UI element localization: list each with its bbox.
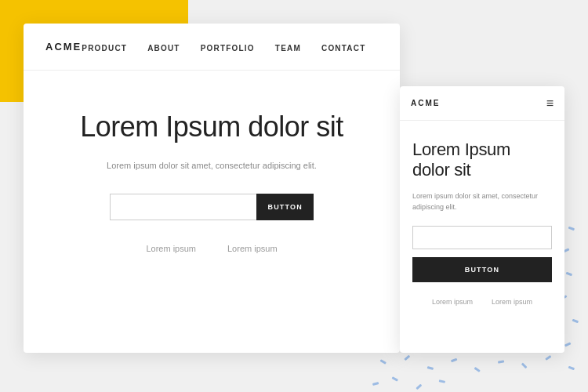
nav-item-team[interactable]: TEAM	[275, 40, 301, 54]
desktop-link-1[interactable]: Lorem ipsum	[146, 244, 196, 253]
nav-item-about[interactable]: ABOUT	[147, 40, 180, 54]
nav-item-product[interactable]: PRODUCT	[82, 40, 127, 54]
svg-rect-72	[372, 382, 379, 386]
svg-rect-73	[392, 376, 398, 381]
desktop-heading: Lorem Ipsum dolor sit	[80, 110, 343, 143]
mobile-link-1[interactable]: Lorem ipsum	[432, 298, 473, 306]
mobile-mockup-card: ACME ≡ Lorem Ipsum dolor sit Lorem ipsum…	[400, 86, 564, 353]
svg-rect-35	[566, 272, 573, 277]
mobile-heading: Lorem Ipsum dolor sit	[412, 140, 552, 181]
svg-rect-17	[568, 227, 575, 231]
svg-rect-66	[451, 358, 458, 363]
mobile-search-input[interactable]	[412, 226, 552, 249]
mobile-logo: ACME	[411, 99, 440, 107]
svg-rect-75	[439, 379, 445, 383]
desktop-footer-links: Lorem ipsum Lorem ipsum	[146, 244, 277, 253]
mobile-nav: ACME ≡	[400, 86, 564, 121]
svg-rect-64	[404, 355, 410, 361]
svg-rect-69	[521, 362, 528, 368]
svg-rect-68	[498, 360, 504, 363]
svg-rect-74	[416, 384, 422, 390]
nav-item-portfolio[interactable]: PORTFOLIO	[201, 40, 255, 54]
svg-rect-67	[474, 367, 481, 372]
svg-rect-70	[545, 355, 551, 361]
desktop-nav: ACME PRODUCT ABOUT PORTFOLIO TEAM CONTAC…	[24, 24, 400, 71]
svg-rect-65	[427, 366, 434, 370]
desktop-link-2[interactable]: Lorem ipsum	[227, 244, 278, 253]
desktop-search-button[interactable]: BUTTON	[256, 194, 314, 220]
mobile-footer-links: Lorem ipsum Lorem ipsum	[412, 298, 552, 306]
desktop-hero: Lorem Ipsum dolor sit Lorem ipsum dolor …	[24, 71, 400, 277]
mobile-button[interactable]: BUTTON	[412, 257, 552, 282]
svg-rect-62	[564, 342, 572, 347]
desktop-body-text: Lorem ipsum dolor sit amet, consectetur …	[107, 159, 317, 173]
desktop-search-input[interactable]	[110, 194, 256, 220]
nav-item-contact[interactable]: CONTACT	[321, 40, 366, 54]
mobile-link-2[interactable]: Lorem ipsum	[492, 298, 532, 306]
mobile-body-text: Lorem ipsum dolor sit amet, consectetur …	[412, 191, 552, 213]
desktop-mockup-card: ACME PRODUCT ABOUT PORTFOLIO TEAM CONTAC…	[24, 24, 400, 353]
desktop-nav-links: PRODUCT ABOUT PORTFOLIO TEAM CONTACT	[82, 40, 365, 54]
svg-rect-63	[380, 359, 387, 365]
desktop-logo: ACME	[45, 41, 82, 53]
mobile-hero: Lorem Ipsum dolor sit Lorem ipsum dolor …	[400, 121, 564, 318]
svg-rect-71	[568, 366, 575, 371]
desktop-search-row: BUTTON	[110, 194, 314, 220]
svg-rect-53	[572, 319, 579, 324]
hamburger-icon[interactable]: ≡	[546, 96, 554, 111]
